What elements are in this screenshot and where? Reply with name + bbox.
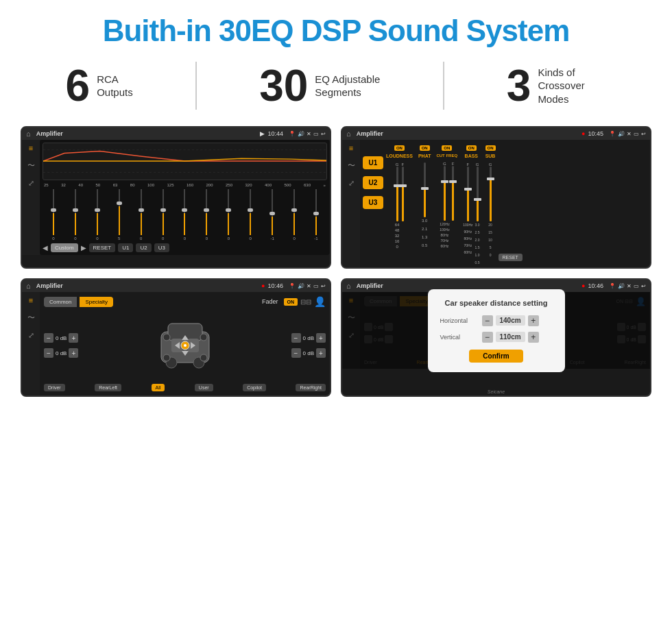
home-icon-2[interactable]: ⌂ xyxy=(346,130,351,138)
eq-slider-9[interactable]: 0 xyxy=(241,189,260,241)
u2-button-1[interactable]: U2 xyxy=(136,243,151,252)
eq-slider-4[interactable]: 0 xyxy=(132,189,151,241)
phat-label: PHAT xyxy=(418,154,431,158)
u3-button-2[interactable]: U3 xyxy=(363,196,383,209)
right-bottom-plus[interactable]: + xyxy=(316,348,326,358)
screens-grid: ⌂ Amplifier ▶ 10:44 📍 🔊 ✕ ▭ ↩ ≡ 〜 ⤢ xyxy=(21,126,651,397)
copilot-button[interactable]: Copilot xyxy=(243,384,266,391)
eq-slider-2[interactable]: 0 xyxy=(88,189,107,241)
freq-expand[interactable]: » xyxy=(324,183,326,187)
bass-rail-g[interactable] xyxy=(477,167,479,221)
cutfreq-group: ON CUT FREQ G 120 xyxy=(436,145,457,248)
screen-amplifier: ⌂ Amplifier ● 10:45 📍 🔊 ✕ ▭ ↩ ≡ 〜 ⤢ xyxy=(341,126,651,269)
driver-button[interactable]: Driver xyxy=(44,384,65,391)
horizontal-minus[interactable]: − xyxy=(482,315,493,326)
bass-rail-f[interactable] xyxy=(467,167,469,221)
home-icon-3[interactable]: ⌂ xyxy=(26,282,31,290)
freq-160: 160 xyxy=(187,183,193,187)
next-button[interactable]: ▶ xyxy=(81,244,86,252)
amp-fader-groups: ON LOUDNESS G 64 xyxy=(386,143,496,265)
stat-rca-label: RCAOutputs xyxy=(97,73,133,99)
loudness-rail-f[interactable] xyxy=(402,167,404,221)
reset-button-2[interactable]: RESET xyxy=(499,254,523,261)
svg-point-17 xyxy=(163,354,170,361)
eq-val-12: -1 xyxy=(314,236,317,241)
left-bottom-minus[interactable]: − xyxy=(44,348,53,358)
cutfreq-rail-g[interactable] xyxy=(444,166,446,221)
back-icon-3: ↩ xyxy=(321,283,326,289)
eq-slider-11[interactable]: 0 xyxy=(285,189,304,241)
rearright-button[interactable]: RearRight xyxy=(296,384,326,391)
eq-val-6: 0 xyxy=(184,236,186,241)
eq-icon-3[interactable]: ≡ xyxy=(29,296,33,304)
left-bottom-plus[interactable]: + xyxy=(69,348,78,358)
eq-slider-12[interactable]: -1 xyxy=(307,189,326,241)
phat-rail[interactable] xyxy=(424,162,426,217)
play-icon-1: ▶ xyxy=(260,130,265,137)
amp-content: U1 U2 U3 ON LOUDNESS G xyxy=(360,140,650,267)
vertical-minus[interactable]: − xyxy=(482,332,493,343)
statusbar-icons-2: 📍 🔊 ✕ ▭ ↩ xyxy=(609,131,646,137)
expand-icon-1[interactable]: ⤢ xyxy=(28,179,34,188)
svg-point-16 xyxy=(200,334,207,341)
phat-on[interactable]: ON xyxy=(420,145,430,151)
home-icon-4[interactable]: ⌂ xyxy=(346,282,351,290)
u1-button-1[interactable]: U1 xyxy=(118,243,133,252)
common-tab[interactable]: Common xyxy=(44,297,77,307)
screen1-time: 10:44 xyxy=(267,130,283,137)
eq-slider-7[interactable]: 0 xyxy=(197,189,216,241)
bass-on[interactable]: ON xyxy=(466,145,477,151)
vertical-plus[interactable]: + xyxy=(528,332,539,343)
confirm-button[interactable]: Confirm xyxy=(469,350,523,363)
right-bottom-db: − 0 dB + xyxy=(291,348,326,358)
u3-button-1[interactable]: U3 xyxy=(154,243,169,252)
u1-button-2[interactable]: U1 xyxy=(363,156,383,169)
eq-slider-1[interactable]: 0 xyxy=(66,189,85,241)
expand-icon-3[interactable]: ⤢ xyxy=(28,331,34,340)
fader-top-controls: Common Specialty Fader ON ⊟⊟ 👤 xyxy=(44,296,326,307)
loudness-on[interactable]: ON xyxy=(394,145,405,151)
expand-icon-2[interactable]: ⤢ xyxy=(348,179,355,188)
left-top-minus[interactable]: − xyxy=(44,333,53,343)
wave-icon-2[interactable]: 〜 xyxy=(348,160,355,171)
reset-button-1[interactable]: RESET xyxy=(89,243,116,252)
wave-icon-3[interactable]: 〜 xyxy=(27,313,35,323)
right-bottom-minus[interactable]: − xyxy=(291,348,301,358)
side-icons-2: ≡ 〜 ⤢ xyxy=(342,140,360,267)
right-top-minus[interactable]: − xyxy=(291,333,301,343)
left-channels: − 0 dB + − 0 dB + xyxy=(44,333,78,358)
sub-on[interactable]: ON xyxy=(485,145,496,151)
right-channels: − 0 dB + − 0 dB + xyxy=(291,333,326,358)
eq-slider-8[interactable]: 0 xyxy=(219,189,238,241)
freq-200: 200 xyxy=(206,183,213,187)
eq-slider-6[interactable]: 0 xyxy=(176,189,195,241)
horizontal-plus[interactable]: + xyxy=(528,315,539,326)
sub-rail[interactable] xyxy=(490,167,492,221)
cutfreq-label: CUT FREQ xyxy=(436,154,457,158)
horizontal-label: Horizontal xyxy=(440,317,478,324)
eq-icon-1[interactable]: ≡ xyxy=(29,144,33,152)
prev-button[interactable]: ◀ xyxy=(43,244,48,252)
right-top-plus[interactable]: + xyxy=(316,333,326,343)
loudness-fader-f: F xyxy=(401,162,404,249)
eq-slider-5[interactable]: 0 xyxy=(154,189,173,241)
custom-button[interactable]: Custom xyxy=(51,243,78,252)
eq-freq-labels: 25 32 40 50 63 80 100 125 160 200 250 32… xyxy=(43,183,327,187)
cutfreq-on[interactable]: ON xyxy=(442,145,452,151)
eq-slider-10[interactable]: -1 xyxy=(263,189,282,241)
back-icon-2: ↩ xyxy=(641,131,646,137)
specialty-tab[interactable]: Specialty xyxy=(80,297,112,307)
all-button[interactable]: All xyxy=(152,384,165,391)
u2-button-2[interactable]: U2 xyxy=(363,176,383,189)
home-icon-1[interactable]: ⌂ xyxy=(26,130,31,138)
user-button[interactable]: User xyxy=(195,384,213,391)
eq-slider-0[interactable]: 0 xyxy=(44,189,63,241)
rearleft-button[interactable]: RearLeft xyxy=(95,384,121,391)
eq-icon-2[interactable]: ≡ xyxy=(349,144,353,152)
wave-icon-1[interactable]: 〜 xyxy=(27,160,35,171)
loudness-rail-g[interactable] xyxy=(396,167,398,221)
eq-slider-3[interactable]: 5 xyxy=(110,189,129,241)
fader-on-toggle[interactable]: ON xyxy=(284,298,298,306)
cutfreq-rail-f[interactable] xyxy=(452,166,454,221)
left-top-plus[interactable]: + xyxy=(69,333,78,343)
